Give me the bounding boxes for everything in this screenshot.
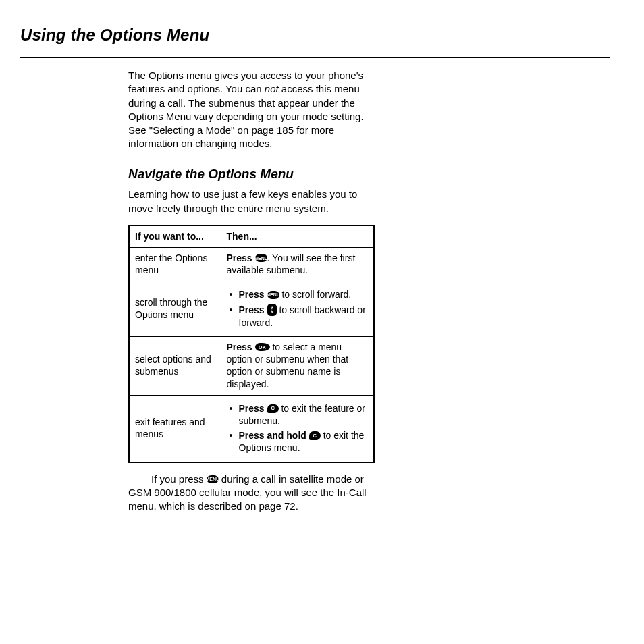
footnote-mid: during xyxy=(219,473,250,485)
c-key-icon: C xyxy=(309,431,321,440)
press-label: Press xyxy=(239,289,265,300)
intro-paragraph: The Options menu gives you access to you… xyxy=(128,69,378,151)
c-key-icon: C xyxy=(267,404,279,413)
menu-key-icon: MENU xyxy=(207,475,219,483)
table-row: exit features and menus Press C to exit … xyxy=(129,395,374,462)
list-item: Press C to exit the feature or submenu. xyxy=(227,402,369,427)
press-label: Press xyxy=(239,304,265,315)
then-cell: Press OK to select a menu option or subm… xyxy=(221,337,374,396)
then-text: to scroll forward. xyxy=(279,289,352,300)
table-header-then: Then... xyxy=(221,225,374,248)
press-label: Press and hold xyxy=(239,430,306,441)
table-row: scroll through the Options menu Press ME… xyxy=(129,281,374,337)
navigation-table: If you want to... Then... enter the Opti… xyxy=(128,225,375,463)
menu-key-icon: MENU xyxy=(255,254,267,262)
arrow-key-icon: ∧∨ xyxy=(267,304,277,316)
want-cell: select options and submenus xyxy=(129,337,221,396)
press-label: Press xyxy=(227,252,252,263)
table-row: enter the Options menu Press MENU. You w… xyxy=(129,248,374,281)
ok-key-icon: OK xyxy=(255,343,270,351)
horizontal-rule xyxy=(20,57,610,58)
want-cell: exit features and menus xyxy=(129,395,221,462)
content-column: The Options menu gives you access to you… xyxy=(128,69,378,513)
then-cell: Press C to exit the feature or submenu. … xyxy=(221,395,374,462)
intro-em: not xyxy=(265,83,279,95)
table-header-row: If you want to... Then... xyxy=(129,225,374,248)
list-item: Press and hold C to exit the Options men… xyxy=(227,429,369,454)
section-lead: Learning how to use just a few keys enab… xyxy=(128,188,378,215)
list-item: Press ∧∨ to scroll backward or forward. xyxy=(227,304,369,329)
want-cell: scroll through the Options menu xyxy=(129,281,221,337)
table-header-want: If you want to... xyxy=(129,225,221,248)
table-row: select options and submenus Press OK to … xyxy=(129,337,374,396)
list-item: Press MENU to scroll forward. xyxy=(227,288,369,300)
page-title: Using the Options Menu xyxy=(20,24,610,45)
menu-key-icon: MENU xyxy=(267,291,279,299)
then-cell: Press MENU. You will see the first avail… xyxy=(221,248,374,281)
then-cell: Press MENU to scroll forward. Press ∧∨ t… xyxy=(221,281,374,337)
section-title: Navigate the Options Menu xyxy=(128,166,378,183)
footnote: If you press MENU during a call in satel… xyxy=(128,473,378,514)
want-cell: enter the Options menu xyxy=(129,248,221,281)
footnote-pre: If you press xyxy=(151,473,207,485)
press-label: Press xyxy=(239,403,265,414)
press-label: Press xyxy=(227,342,252,352)
